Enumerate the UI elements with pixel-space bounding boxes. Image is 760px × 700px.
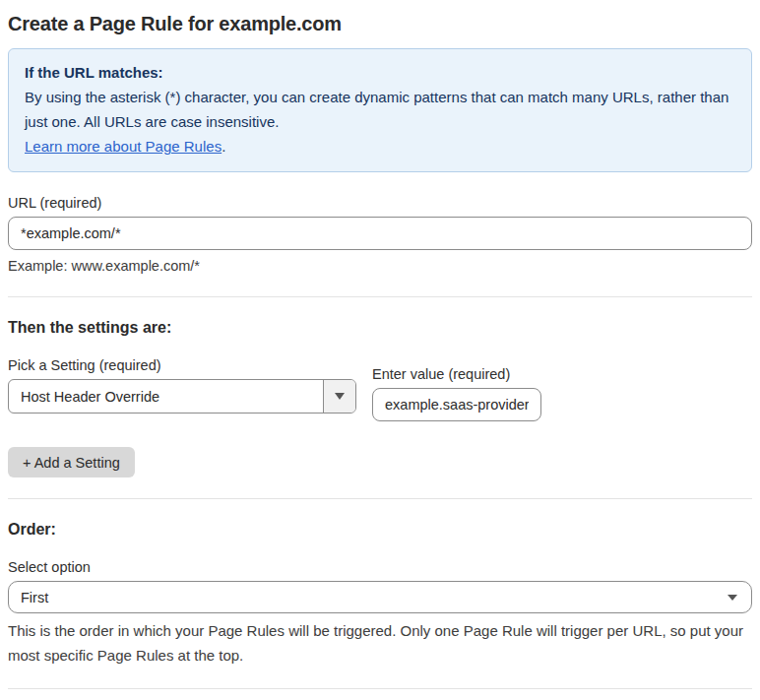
enter-value-label: Enter value (required) [372,366,510,382]
enter-value-column: Enter value (required) [372,364,541,421]
order-section-heading: Order: [8,519,752,541]
order-select-label: Select option [8,557,752,577]
order-help-text: This is the order in which your Page Rul… [8,618,752,668]
pick-setting-label: Pick a Setting (required) [8,357,161,373]
link-period: . [222,138,225,155]
page-title: Create a Page Rule for example.com [8,10,752,37]
settings-section-heading: Then the settings are: [8,317,752,339]
url-label: URL (required) [8,195,101,211]
url-field-block: URL (required) Example: www.example.com/… [8,193,752,276]
setting-select-arrow-button[interactable] [323,380,355,413]
info-box-link-line: Learn more about Page Rules. [25,134,735,159]
info-box-heading: If the URL matches: [25,60,735,85]
url-example-help: Example: www.example.com/* [8,256,752,276]
order-select-value: First [21,590,728,605]
learn-more-link[interactable]: Learn more about Page Rules [25,138,222,155]
pick-setting-column: Pick a Setting (required) Host Header Ov… [8,355,356,414]
chevron-down-icon [728,595,737,601]
setting-select-value: Host Header Override [9,380,323,413]
setting-select[interactable]: Host Header Override [8,379,356,414]
url-matches-info-box: If the URL matches: By using the asteris… [8,48,752,172]
setting-value-input[interactable] [372,388,541,421]
add-setting-wrap: + Add a Setting [8,447,752,477]
divider [8,498,752,499]
chevron-down-icon [335,393,345,400]
divider [8,296,752,297]
divider [8,688,752,689]
order-select[interactable]: First [8,581,752,613]
add-setting-button[interactable]: + Add a Setting [8,447,135,477]
info-box-body: By using the asterisk (*) character, you… [25,85,735,134]
settings-row: Pick a Setting (required) Host Header Ov… [8,355,752,421]
url-input[interactable] [8,217,752,250]
